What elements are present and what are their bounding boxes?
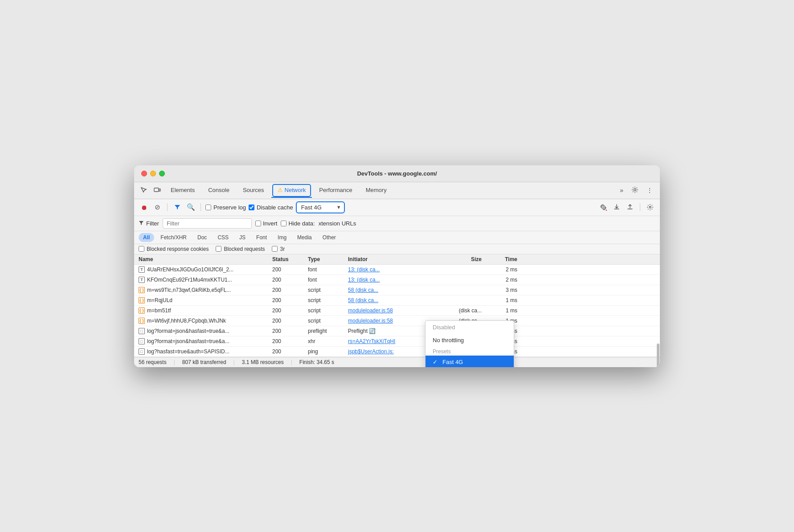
table-row[interactable]: { } m=bm51tf 200 script moduleloader.js:… [134,306,660,316]
throttle-select-wrapper: Fast 4G ▼ [296,201,345,213]
row-status: 200 [272,348,308,355]
third-party-checkbox[interactable] [272,246,278,252]
blocked-requests-label: Blocked requests [224,246,265,252]
tab-performance[interactable]: Performance [313,182,358,199]
settings-icon[interactable] [628,183,642,198]
hide-data-checkbox[interactable] [281,221,286,226]
row-initiator-link[interactable]: 13: (disk ca... [348,266,380,273]
row-status: 200 [272,328,308,334]
filter-label: Filter [139,220,159,227]
table-row[interactable]: { } m=Wt6vjf,hhhU8,FCpbqb,WhJNk 200 scri… [134,316,660,326]
blocked-cookies-checkbox[interactable] [139,246,144,252]
dropdown-item-no-throttling[interactable]: No throttling [426,334,514,347]
status-bar: 56 requests | 807 kB transferred | 3.1 M… [134,357,660,367]
row-name-cell: □ log?format=json&hasfast=true&a... [139,338,272,344]
table-scrollbar[interactable] [656,254,660,357]
row-initiator-link[interactable]: 58 (disk ca... [348,287,378,293]
row-status: 200 [272,318,308,324]
title-bar: DevTools - www.google.com/ [134,165,660,182]
row-initiator-link[interactable]: 58 (disk ca... [348,297,378,303]
network-settings-button[interactable] [645,202,655,213]
table-row[interactable]: { } m=RqjULd 200 script 58 (disk ca... 1… [134,295,660,306]
font-type-icon: T [139,266,145,273]
disable-cache-checkbox[interactable] [249,205,254,210]
script-type-icon: { } [139,318,145,324]
row-initiator-link[interactable]: rs=AA2YrTskXiTqHI [348,338,395,344]
throttle-select[interactable]: Fast 4G [296,201,345,213]
blocked-requests-checkbox[interactable] [216,246,221,252]
table-row[interactable]: □ log?hasfast=true&auth=SAPISID... 200 p… [134,347,660,357]
filter-input[interactable] [163,218,252,229]
row-name-cell: □ log?format=json&hasfast=true&a... [139,328,272,334]
blocked-cookies-label: Blocked response cookies [147,246,209,252]
table-row[interactable]: □ log?format=json&hasfast=true&a... 200 … [134,326,660,336]
row-initiator-link[interactable]: jspb$UserAction.js: [348,348,394,355]
type-filter-fetch-xhr[interactable]: Fetch/XHR [156,233,191,242]
hide-data-checkbox-label[interactable]: Hide data: [281,220,315,227]
type-filter-css[interactable]: CSS [213,233,233,242]
type-filter-font[interactable]: Font [252,233,271,242]
row-type: font [308,277,348,283]
type-filter-media[interactable]: Media [293,233,316,242]
type-filter-js[interactable]: JS [235,233,250,242]
tab-elements[interactable]: Elements [164,182,201,199]
record-button[interactable]: ⏺ [139,202,149,213]
tab-console[interactable]: Console [202,182,236,199]
row-type: preflight [308,328,348,334]
table-row[interactable]: □ log?format=json&hasfast=true&a... 200 … [134,336,660,347]
disable-cache-label[interactable]: Disable cache [249,204,293,211]
row-initiator: 58 (disk ca... [348,287,446,293]
type-filter-doc[interactable]: Doc [193,233,211,242]
tab-network[interactable]: ⚠ Network [271,183,312,198]
row-type: font [308,266,348,273]
script-type-icon: { } [139,297,145,303]
row-name-text: log?format=json&hasfast=true&a... [147,328,229,334]
row-size: (disk ca... [446,307,482,314]
export-button[interactable] [625,202,635,213]
invert-checkbox[interactable] [255,221,261,226]
dropdown-item-fast-4g[interactable]: ✓ Fast 4G [426,356,514,367]
row-name-text: m=Wt6vjf,hhhU8,FCpbqb,WhJNk [147,318,226,324]
table-header-row: Name Status Type Initiator Size Time [134,254,660,265]
type-filter-other[interactable]: Other [318,233,340,242]
clear-button[interactable]: ⊘ [152,202,163,213]
close-button[interactable] [141,171,147,176]
row-initiator-link[interactable]: 13: (disk ca... [348,277,380,283]
window-title: DevTools - www.google.com/ [357,170,437,177]
row-initiator-link[interactable]: moduleloader.js:58 [348,318,393,324]
row-type: xhr [308,338,348,344]
search-button[interactable]: 🔍 [185,202,196,213]
script-type-icon: { } [139,287,145,293]
tab-memory[interactable]: Memory [360,182,393,199]
type-filters-bar: All Fetch/XHR Doc CSS JS Font Img Media … [134,231,660,244]
tab-sources[interactable]: Sources [237,182,270,199]
import-button[interactable] [611,202,622,213]
col-header-size: Size [446,256,482,262]
online-icon[interactable] [598,202,609,213]
preserve-log-checkbox[interactable] [205,205,211,210]
invert-checkbox-label[interactable]: Invert [255,220,278,227]
filter-icon-button[interactable] [172,202,183,213]
inspect-icon-button[interactable] [138,183,150,197]
more-options-icon[interactable]: ⋮ [643,183,656,197]
table-row[interactable]: { } m=ws9Tlc,n73qwf,GkRiKb,e5qFL... 200 … [134,285,660,295]
tab-network-label: Network [285,187,306,193]
third-party-item: 3r [272,246,285,252]
maximize-button[interactable] [159,171,165,176]
toolbar-divider-1 [167,203,168,211]
type-filter-img[interactable]: Img [273,233,291,242]
type-filter-all[interactable]: All [139,233,154,242]
blocked-requests-item: Blocked requests [216,246,265,252]
preserve-log-label[interactable]: Preserve log [205,204,246,211]
toolbar-right [598,202,655,213]
row-name-text: log?hasfast=true&auth=SAPISID... [147,348,229,355]
row-initiator-link[interactable]: moduleloader.js:58 [348,307,393,314]
row-time: 1 ms [482,297,517,303]
table-row[interactable]: T 4UaRrENHsxJlGDuGo1OIlJfC6l_2... 200 fo… [134,265,660,275]
row-status: 200 [272,277,308,283]
col-header-type: Type [308,256,348,262]
device-toggle-button[interactable] [151,183,164,197]
minimize-button[interactable] [150,171,156,176]
more-tabs-button[interactable]: » [616,183,627,197]
table-row[interactable]: T KFOmCnqEu92Fr1Mu4mxKKTU1... 200 font 1… [134,275,660,285]
